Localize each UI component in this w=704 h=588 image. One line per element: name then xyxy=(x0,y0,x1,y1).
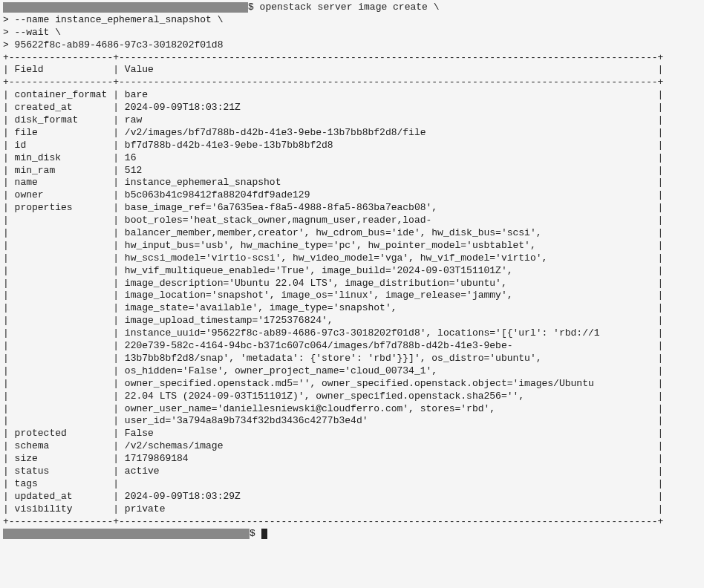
prompt-dollar: $ xyxy=(248,1,260,13)
redacted-prompt-2 xyxy=(3,529,250,539)
command-continuation-1: > --name instance_ephemeral_snapshot \ xyxy=(3,14,701,27)
command-continuation-3: > 95622f8c-ab89-4686-97c3-3018202f01d8 xyxy=(3,39,701,52)
command-line-1: $ openstack server image create \ xyxy=(3,1,701,14)
final-prompt-line[interactable]: $ xyxy=(3,528,701,540)
command-continuation-2: > --wait \ xyxy=(3,27,701,39)
cursor xyxy=(261,529,267,539)
redacted-prompt xyxy=(3,2,248,13)
output-table: +------------------+--------------------… xyxy=(3,52,701,529)
final-prompt-dollar: $ xyxy=(250,528,261,539)
command-text: openstack server image create \ xyxy=(260,1,440,13)
terminal-output: $ openstack server image create \ > --na… xyxy=(0,0,704,542)
